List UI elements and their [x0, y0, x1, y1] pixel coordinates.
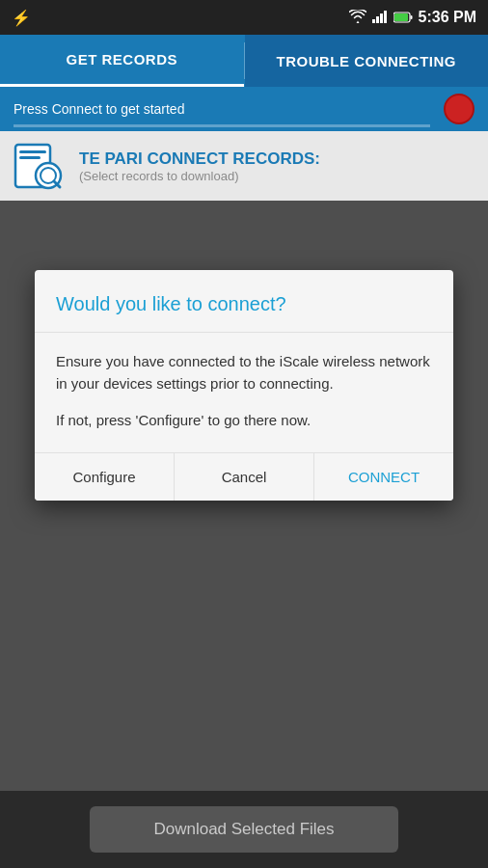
svg-rect-8: [19, 150, 46, 153]
wifi-icon: [349, 10, 366, 26]
tab-bar: GET RECORDS TROUBLE CONNECTING: [0, 35, 488, 87]
battery-icon: [393, 10, 413, 26]
tab-trouble-connecting[interactable]: TROUBLE CONNECTING: [245, 35, 489, 87]
svg-rect-6: [410, 15, 412, 19]
svg-rect-0: [372, 19, 375, 23]
usb-icon: ⚡: [12, 9, 31, 27]
progress-text: Press Connect to get started: [14, 101, 184, 117]
svg-rect-1: [376, 16, 379, 23]
svg-rect-2: [380, 14, 383, 23]
connect-button[interactable]: CONNECT: [314, 453, 453, 501]
connect-dialog: Would you like to connect? Ensure you ha…: [35, 270, 453, 501]
status-bar-left: ⚡: [12, 9, 31, 27]
status-bar: ⚡ 5:36 PM: [0, 0, 488, 35]
download-selected-files-button[interactable]: Download Selected Files: [90, 806, 398, 853]
dialog-body: Ensure you have connected to the iScale …: [35, 333, 453, 452]
bottom-bar: Download Selected Files: [0, 791, 488, 868]
dialog-message: Ensure you have connected to the iScale …: [56, 350, 432, 431]
svg-rect-3: [384, 11, 387, 23]
records-title-area: TE PARI CONNECT RECORDS: (Select records…: [79, 149, 320, 183]
records-subtitle: (Select records to download): [79, 169, 320, 183]
records-header: TE PARI CONNECT RECORDS: (Select records…: [0, 131, 488, 201]
configure-button[interactable]: Configure: [35, 453, 175, 501]
dialog-message-2: If not, press 'Configure' to go there no…: [56, 409, 432, 431]
record-button[interactable]: [444, 94, 474, 124]
time-display: 5:36 PM: [419, 9, 476, 26]
records-icon: [14, 141, 64, 191]
dialog-title: Would you like to connect?: [56, 291, 432, 316]
progress-area: Press Connect to get started: [0, 87, 488, 131]
svg-rect-9: [19, 156, 41, 159]
status-bar-right: 5:36 PM: [349, 9, 476, 26]
dialog-message-1: Ensure you have connected to the iScale …: [56, 350, 432, 395]
progress-bar-track: [14, 124, 430, 127]
dialog-title-area: Would you like to connect?: [35, 270, 453, 333]
dialog-buttons: Configure Cancel CONNECT: [35, 452, 453, 501]
records-title: TE PARI CONNECT RECORDS:: [79, 149, 320, 169]
svg-rect-5: [394, 14, 408, 21]
signal-icon: [372, 10, 388, 26]
tab-get-records[interactable]: GET RECORDS: [0, 35, 244, 87]
cancel-button[interactable]: Cancel: [175, 453, 314, 501]
